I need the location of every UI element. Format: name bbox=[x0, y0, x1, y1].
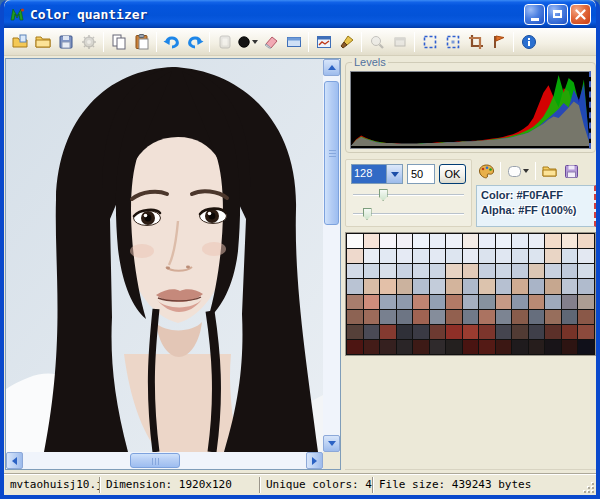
combobox-dropdown-button[interactable] bbox=[386, 165, 402, 183]
palette-swatch[interactable] bbox=[413, 310, 429, 324]
undo-button[interactable] bbox=[160, 30, 183, 53]
color-swatch-button[interactable] bbox=[236, 30, 259, 53]
palette-swatch[interactable] bbox=[463, 264, 479, 278]
palette-swatch[interactable] bbox=[380, 279, 396, 293]
palette-swatch[interactable] bbox=[463, 340, 479, 354]
palette-swatch[interactable] bbox=[512, 234, 528, 248]
palette-swatch[interactable] bbox=[529, 310, 545, 324]
palette-swatch[interactable] bbox=[430, 279, 446, 293]
vertical-scroll-thumb[interactable] bbox=[324, 81, 339, 225]
color-swatch-dropdown-icon[interactable] bbox=[252, 40, 258, 44]
palette-swatch[interactable] bbox=[380, 340, 396, 354]
panel-button[interactable] bbox=[282, 30, 305, 53]
palette-swatch[interactable] bbox=[463, 325, 479, 339]
titlebar[interactable]: Color quantizer bbox=[4, 0, 596, 28]
palette-swatch[interactable] bbox=[479, 249, 495, 263]
palette-swatch[interactable] bbox=[364, 279, 380, 293]
palette-swatch[interactable] bbox=[446, 340, 462, 354]
palette-swatch[interactable] bbox=[562, 310, 578, 324]
palette-swatch[interactable] bbox=[496, 295, 512, 309]
copy-button[interactable] bbox=[107, 30, 130, 53]
palette-swatch[interactable] bbox=[380, 295, 396, 309]
palette-swatch[interactable] bbox=[545, 340, 561, 354]
palette-swatch[interactable] bbox=[479, 310, 495, 324]
palette-swatch[interactable] bbox=[479, 234, 495, 248]
zoom-button[interactable] bbox=[365, 30, 388, 53]
palette-swatch[interactable] bbox=[479, 340, 495, 354]
palette-swatch[interactable] bbox=[347, 264, 363, 278]
palette-swatch[interactable] bbox=[446, 249, 462, 263]
palette-swatch[interactable] bbox=[578, 249, 594, 263]
palette-swatch[interactable] bbox=[578, 264, 594, 278]
palette-swatch[interactable] bbox=[479, 279, 495, 293]
palette-swatch[interactable] bbox=[529, 264, 545, 278]
palette-swatch[interactable] bbox=[463, 295, 479, 309]
palette-swatch[interactable] bbox=[529, 295, 545, 309]
palette-swatch[interactable] bbox=[413, 325, 429, 339]
palette-swatch[interactable] bbox=[380, 234, 396, 248]
scroll-down-button[interactable] bbox=[323, 435, 340, 452]
palette-swatch[interactable] bbox=[364, 264, 380, 278]
shape-style-button[interactable] bbox=[504, 161, 532, 182]
horizontal-scrollbar[interactable] bbox=[6, 452, 323, 469]
palette-button[interactable] bbox=[476, 161, 497, 182]
redo-button[interactable] bbox=[183, 30, 206, 53]
quality-input[interactable] bbox=[407, 164, 435, 184]
palette-swatch[interactable] bbox=[562, 264, 578, 278]
palette-swatch[interactable] bbox=[562, 325, 578, 339]
scroll-up-button[interactable] bbox=[323, 59, 340, 76]
palette-swatch[interactable] bbox=[446, 279, 462, 293]
palette-swatch[interactable] bbox=[578, 325, 594, 339]
palette-swatch[interactable] bbox=[413, 279, 429, 293]
palette-swatch[interactable] bbox=[397, 310, 413, 324]
palette-swatch[interactable] bbox=[479, 295, 495, 309]
palette-swatch[interactable] bbox=[562, 295, 578, 309]
palette-swatch[interactable] bbox=[364, 340, 380, 354]
palette-swatch[interactable] bbox=[512, 279, 528, 293]
ok-button[interactable]: OK bbox=[439, 164, 466, 184]
palette-swatch[interactable] bbox=[364, 295, 380, 309]
palette-swatch[interactable] bbox=[397, 279, 413, 293]
palette-swatch[interactable] bbox=[545, 264, 561, 278]
open-image-button[interactable] bbox=[8, 30, 31, 53]
palette-swatch[interactable] bbox=[578, 295, 594, 309]
palette-swatch[interactable] bbox=[347, 310, 363, 324]
palette-swatch[interactable] bbox=[496, 279, 512, 293]
palette-swatch[interactable] bbox=[347, 279, 363, 293]
info-button[interactable] bbox=[517, 30, 540, 53]
palette-swatch[interactable] bbox=[364, 310, 380, 324]
palette-swatch[interactable] bbox=[529, 234, 545, 248]
palette-swatch[interactable] bbox=[446, 264, 462, 278]
palette-swatch[interactable] bbox=[496, 310, 512, 324]
palette-swatch[interactable] bbox=[430, 249, 446, 263]
palette-swatch[interactable] bbox=[413, 295, 429, 309]
palette-swatch[interactable] bbox=[578, 279, 594, 293]
palette-swatch[interactable] bbox=[545, 295, 561, 309]
palette-swatch[interactable] bbox=[430, 264, 446, 278]
palette-swatch[interactable] bbox=[397, 249, 413, 263]
palette-swatch[interactable] bbox=[380, 310, 396, 324]
palette-swatch[interactable] bbox=[430, 295, 446, 309]
palette-swatch[interactable] bbox=[479, 264, 495, 278]
frame-select-button[interactable] bbox=[418, 30, 441, 53]
brush-button[interactable] bbox=[335, 30, 358, 53]
palette-swatch[interactable] bbox=[430, 234, 446, 248]
paste-button[interactable] bbox=[130, 30, 153, 53]
palette-swatch[interactable] bbox=[446, 310, 462, 324]
shape-style-dropdown-icon[interactable] bbox=[523, 169, 529, 173]
palette-swatch[interactable] bbox=[562, 340, 578, 354]
palette-swatch[interactable] bbox=[512, 264, 528, 278]
palette-swatch[interactable] bbox=[413, 249, 429, 263]
levels-histogram[interactable] bbox=[350, 71, 591, 149]
palette-swatch[interactable] bbox=[496, 340, 512, 354]
palette-swatch[interactable] bbox=[413, 234, 429, 248]
colors-combobox[interactable]: 128 bbox=[351, 164, 403, 184]
palette-swatch[interactable] bbox=[496, 325, 512, 339]
palette-swatch[interactable] bbox=[397, 295, 413, 309]
palette-swatch[interactable] bbox=[463, 279, 479, 293]
palette-swatch[interactable] bbox=[347, 295, 363, 309]
palette-swatch[interactable] bbox=[479, 325, 495, 339]
palette-swatch[interactable] bbox=[380, 249, 396, 263]
palette-swatch[interactable] bbox=[496, 249, 512, 263]
palette-swatch[interactable] bbox=[413, 264, 429, 278]
